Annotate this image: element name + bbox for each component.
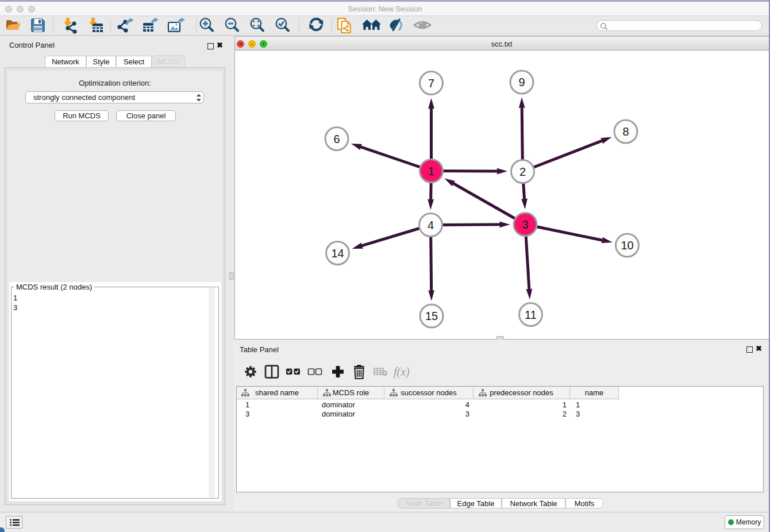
svg-text:11: 11 [525, 309, 537, 321]
svg-text:10: 10 [621, 239, 633, 252]
svg-text:3: 3 [522, 218, 528, 231]
svg-text:7: 7 [428, 77, 434, 90]
svg-text:9: 9 [518, 76, 525, 88]
svg-text:f(x): f(x) [394, 365, 410, 379]
svg-text:1: 1 [428, 165, 434, 178]
svg-text:8: 8 [622, 125, 629, 138]
svg-text:2: 2 [519, 165, 526, 178]
svg-text:4: 4 [428, 219, 434, 232]
svg-text:15: 15 [425, 310, 438, 322]
svg-text:6: 6 [333, 133, 340, 145]
svg-text:14: 14 [331, 247, 344, 260]
